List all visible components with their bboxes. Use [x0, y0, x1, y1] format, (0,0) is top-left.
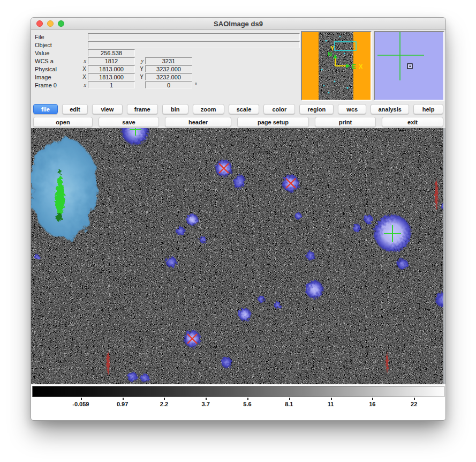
colorbar-tick — [372, 398, 373, 400]
galaxy-core-segment — [55, 183, 65, 215]
menu-file-button[interactable]: file — [33, 104, 58, 114]
image-x-axis-label: X — [80, 74, 86, 80]
colorbar-tick-label: 22 — [411, 401, 417, 407]
source-blob — [199, 236, 207, 243]
image-canvas[interactable] — [31, 128, 445, 384]
galaxy-core-segment — [58, 170, 62, 174]
colorbar-tick-label: 11 — [328, 401, 334, 407]
menu-edit-button[interactable]: edit — [62, 104, 88, 114]
wcs-x-field[interactable]: 1812 — [88, 57, 135, 64]
action-save-button[interactable]: save — [99, 117, 159, 127]
galaxy-core-segment — [57, 176, 63, 185]
physical-y-field[interactable]: 3232.000 — [145, 65, 192, 72]
minimize-button[interactable] — [47, 20, 54, 27]
colorbar-tick-label: -0.059 — [72, 401, 89, 407]
source-blob — [176, 226, 185, 236]
physical-label: Physical — [35, 66, 80, 72]
image-x-field[interactable]: 1813.000 — [88, 73, 135, 80]
wcs-x-axis-label: x — [80, 58, 86, 64]
colorbar-tick — [81, 398, 82, 400]
menu-bin-button[interactable]: bin — [162, 104, 188, 114]
image-edge-gap — [443, 128, 445, 384]
frame-zoom-field[interactable]: 1 — [88, 81, 135, 88]
value-label: Value — [35, 50, 80, 56]
zoom-button[interactable] — [58, 20, 64, 27]
action-exit-button[interactable]: exit — [382, 117, 443, 127]
menu-region-button[interactable]: region — [299, 104, 334, 114]
saturated-galaxy-region — [31, 137, 98, 239]
physical-x-field[interactable]: 1813.000 — [88, 65, 135, 72]
info-panel: File Object Value 256.538 WCS a x 1812 y… — [31, 30, 445, 102]
source-blob — [294, 212, 302, 220]
colorbar-tick-label: 8.1 — [285, 401, 293, 407]
colorbar-tick-label: 5.6 — [243, 401, 251, 407]
colorbar-tick-label: 2.2 — [160, 401, 168, 407]
compass-n-label: N — [328, 51, 332, 57]
menu-help-button[interactable]: help — [413, 104, 443, 114]
object-label: Object — [35, 42, 80, 48]
physical-y-axis-label: Y — [137, 66, 143, 72]
source-blob — [274, 301, 281, 309]
source-blob — [238, 308, 252, 322]
menu-scale-button[interactable]: scale — [229, 104, 260, 114]
colorbar-tick — [414, 398, 415, 400]
value-field[interactable]: 256.538 — [88, 49, 135, 56]
colorbar-tick-label: 16 — [369, 401, 375, 407]
source-blob — [127, 371, 138, 382]
physical-x-axis-label: X — [80, 66, 86, 72]
source-blob — [352, 223, 361, 232]
magnifier-cursor-box — [407, 64, 412, 69]
ds9-window: SAOImage ds9 File Object Value 256.538 W… — [31, 17, 446, 421]
source-blob — [186, 213, 199, 226]
source-blob — [397, 258, 409, 270]
menu-wcs-button[interactable]: wcs — [338, 104, 366, 114]
menu-analysis-button[interactable]: analysis — [371, 104, 409, 114]
wcs-y-field[interactable]: 3231 — [145, 57, 192, 64]
compass-e-label: E — [352, 63, 356, 70]
image-label: Image — [35, 74, 80, 80]
degree-symbol: ° — [195, 82, 197, 88]
source-blob — [364, 214, 373, 224]
galaxy-core-segment — [56, 213, 62, 221]
window-title: SAOImage ds9 — [214, 20, 263, 28]
menu-bar: fileeditviewframebinzoomscalecolorregion… — [31, 102, 445, 115]
action-page-setup-button[interactable]: page setup — [237, 117, 309, 127]
galaxy-blob — [31, 137, 98, 239]
panner[interactable]: Y N E X — [301, 31, 372, 101]
file-toolbar: opensaveheaderpage setupprintexit — [31, 115, 445, 128]
action-header-button[interactable]: header — [165, 117, 231, 127]
colorbar-tick — [123, 398, 124, 400]
colorbar-tick-label: 3.7 — [202, 401, 210, 407]
colorbar-tick — [247, 398, 248, 400]
object-field[interactable] — [88, 41, 300, 48]
compass-x-label: X — [359, 63, 363, 70]
source-blob — [34, 254, 40, 259]
menu-view-button[interactable]: view — [92, 104, 123, 114]
action-print-button[interactable]: print — [315, 117, 376, 127]
frame-rotation-field[interactable]: 0 — [145, 81, 192, 88]
source-blob — [258, 295, 265, 303]
source-blob — [305, 280, 324, 299]
close-button[interactable] — [36, 20, 43, 27]
colorbar-tick-label: 0.97 — [117, 401, 128, 407]
title-bar[interactable]: SAOImage ds9 — [31, 18, 445, 30]
source-blob — [306, 251, 315, 260]
image-y-axis-label: Y — [137, 74, 143, 80]
coordinate-readout: File Object Value 256.538 WCS a x 1812 y… — [31, 30, 301, 102]
magnifier[interactable] — [374, 31, 444, 101]
wcs-label: WCS a — [35, 58, 80, 64]
action-open-button[interactable]: open — [33, 117, 93, 127]
image-y-field[interactable]: 3232.000 — [145, 73, 192, 80]
source-blob — [221, 356, 232, 368]
colorbar-tick — [289, 398, 290, 400]
menu-frame-button[interactable]: frame — [127, 104, 158, 114]
menu-color-button[interactable]: color — [263, 104, 295, 114]
file-field[interactable] — [88, 33, 300, 40]
colorbar-tick — [331, 398, 332, 400]
colorbar-tick — [206, 398, 207, 400]
frame-label: Frame 0 — [35, 82, 80, 88]
frame-x-axis-label: x — [80, 82, 86, 88]
menu-zoom-button[interactable]: zoom — [193, 104, 224, 114]
colorbar-panel: -0.0590.972.23.75.68.1111622 — [31, 384, 445, 420]
colorbar-gradient[interactable] — [32, 386, 444, 397]
